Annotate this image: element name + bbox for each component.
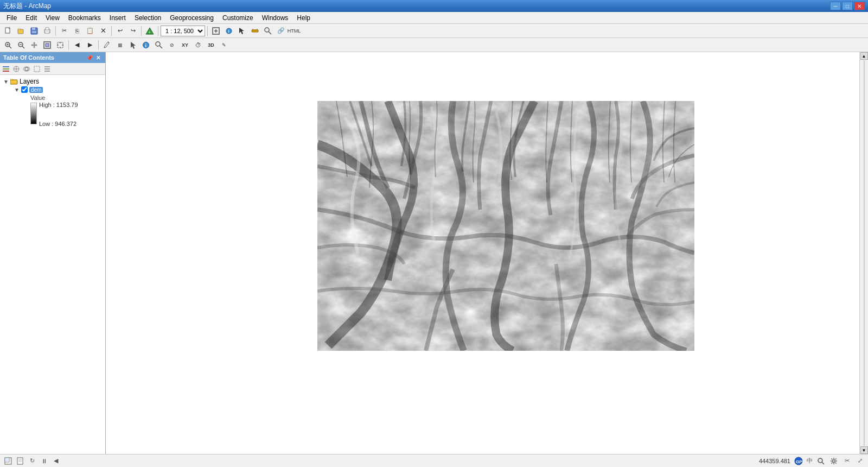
toc-list-by-source[interactable] <box>11 64 21 74</box>
svg-rect-57 <box>10 79 13 80</box>
toc-list-by-visibility[interactable] <box>22 64 31 74</box>
cut-button[interactable]: ✂ <box>58 25 70 37</box>
scale-select[interactable]: 1 : 12, 500 1 : 25, 000 1 : 50, 000 <box>161 26 205 36</box>
select-elements-button[interactable] <box>127 39 139 51</box>
legend-bar-container: High : 1153.79 Low : 946.372 <box>30 102 103 127</box>
toc-content: ▼ Layers ▼ dem Value <box>0 75 105 454</box>
menu-help[interactable]: Help <box>292 13 315 23</box>
right-scrollbar[interactable]: ▲ ▼ <box>859 52 868 454</box>
svg-line-28 <box>22 46 24 48</box>
statusbar-pause-button[interactable]: ⏸ <box>39 456 49 466</box>
next-extent-button[interactable]: ▶ <box>84 39 96 51</box>
statusbar-prev-button[interactable]: ◀ <box>51 456 61 466</box>
legend-high-value: High : 1153.79 <box>39 102 78 108</box>
scroll-track[interactable] <box>864 60 865 446</box>
legend-value-label: Value High : 1153.79 Low : 946.372 <box>28 93 103 128</box>
statusbar-page-button[interactable] <box>15 456 25 466</box>
statusbar-zoom-icon[interactable] <box>816 456 826 466</box>
dem-layer-row: ▼ dem <box>13 86 103 93</box>
toc-options-button[interactable] <box>42 64 52 74</box>
zoom-in-button[interactable] <box>2 39 14 51</box>
html-button[interactable]: HTML <box>288 25 300 37</box>
statusbar-scissors-icon[interactable]: ✂ <box>842 456 852 466</box>
pan-button[interactable] <box>28 39 40 51</box>
3d-view-button[interactable]: 3D <box>205 39 217 51</box>
editor-button[interactable]: ✎ <box>218 39 230 51</box>
time-slider-button[interactable]: ⏱ <box>192 39 204 51</box>
menu-windows[interactable]: Windows <box>258 13 293 23</box>
menu-selection[interactable]: Selection <box>130 13 165 23</box>
copy-button[interactable]: ⎘ <box>71 25 83 37</box>
toolbar-main: ✂ ⎘ 📋 ✕ ↩ ↪ + 1 : 12, 500 1 : 25, 000 1 … <box>0 24 868 38</box>
dem-visibility-checkbox[interactable] <box>21 86 28 93</box>
toc-close-button[interactable]: ✕ <box>94 54 102 61</box>
menu-edit[interactable]: Edit <box>21 13 41 23</box>
toc-pin-button[interactable]: 📌 <box>86 54 93 61</box>
layers-expand-icon[interactable]: ▼ <box>3 79 9 85</box>
identify-button[interactable]: i <box>223 25 235 37</box>
svg-rect-69 <box>17 458 23 464</box>
toc-list-by-selection[interactable] <box>32 64 42 74</box>
statusbar-gps-icon[interactable]: GPS <box>794 456 803 466</box>
hyperlink-button[interactable]: 🔗 <box>275 25 287 37</box>
svg-line-43 <box>159 46 162 48</box>
menu-geoprocessing[interactable]: Geoprocessing <box>165 13 218 23</box>
add-data-button[interactable]: + <box>144 25 156 37</box>
scroll-down-button[interactable]: ▼ <box>860 446 868 454</box>
toc-list-by-drawing-order[interactable] <box>1 64 11 74</box>
svg-point-63 <box>637 155 670 177</box>
svg-rect-2 <box>18 29 21 30</box>
select-button[interactable] <box>236 25 248 37</box>
redo-button[interactable]: ↪ <box>127 25 139 37</box>
menu-bookmarks[interactable]: Bookmarks <box>64 13 105 23</box>
map-area[interactable] <box>106 52 859 454</box>
statusbar-settings-icon[interactable] <box>829 456 839 466</box>
save-button[interactable] <box>28 25 40 37</box>
separator7 <box>98 40 99 50</box>
menu-insert[interactable]: Insert <box>105 13 130 23</box>
undo-button[interactable]: ↩ <box>114 25 126 37</box>
edit-tool-button[interactable] <box>101 39 113 51</box>
menu-file[interactable]: File <box>2 13 21 23</box>
svg-text:+: + <box>148 30 151 35</box>
statusbar-chinese-label: 中 <box>807 457 813 465</box>
toc-sub-layers: ▼ dem Value High : 1153.79 <box>2 86 103 128</box>
zoom-to-selected-button[interactable] <box>54 39 66 51</box>
minimize-button[interactable]: ─ <box>830 2 841 10</box>
maximize-button[interactable]: □ <box>842 2 853 10</box>
separator3 <box>141 26 142 36</box>
measure-button[interactable] <box>249 25 261 37</box>
stop-edit-button[interactable]: ⏹ <box>114 39 126 51</box>
info-button[interactable]: i <box>140 39 152 51</box>
separator5 <box>207 26 208 36</box>
delete-button[interactable]: ✕ <box>97 25 109 37</box>
statusbar-layout-button[interactable] <box>3 456 13 466</box>
svg-line-24 <box>9 46 11 48</box>
statusbar-expand-icon[interactable]: ⤢ <box>855 456 865 466</box>
dem-layer-badge[interactable]: dem <box>29 87 43 93</box>
find-button[interactable] <box>262 25 274 37</box>
scroll-up-button[interactable]: ▲ <box>860 52 868 60</box>
menu-view[interactable]: View <box>41 13 64 23</box>
zoom-out-button[interactable] <box>15 39 27 51</box>
svg-marker-16 <box>239 28 244 34</box>
print-button[interactable] <box>41 25 53 37</box>
statusbar-right: 444359.481 GPS 中 ✂ ⤢ <box>759 456 865 466</box>
svg-point-65 <box>567 315 610 343</box>
close-button[interactable]: ✕ <box>854 2 865 10</box>
zoom-full-button[interactable] <box>210 25 222 37</box>
dem-expand-icon[interactable]: ▼ <box>14 87 20 93</box>
open-button[interactable] <box>15 25 27 37</box>
menu-customize[interactable]: Customize <box>218 13 258 23</box>
toc-title: Table Of Contents <box>3 54 54 61</box>
statusbar-refresh-button[interactable]: ↻ <box>27 456 37 466</box>
go-to-xy-button[interactable]: XY <box>179 39 191 51</box>
find2-button[interactable] <box>153 39 165 51</box>
svg-point-21 <box>265 28 269 32</box>
previous-extent-button[interactable]: ◀ <box>71 39 83 51</box>
clear-selection-button[interactable]: ⊘ <box>166 39 178 51</box>
legend-low-value: Low : 946.372 <box>39 121 78 127</box>
new-button[interactable] <box>2 25 14 37</box>
full-extent-button[interactable] <box>41 39 53 51</box>
paste-button[interactable]: 📋 <box>84 25 96 37</box>
